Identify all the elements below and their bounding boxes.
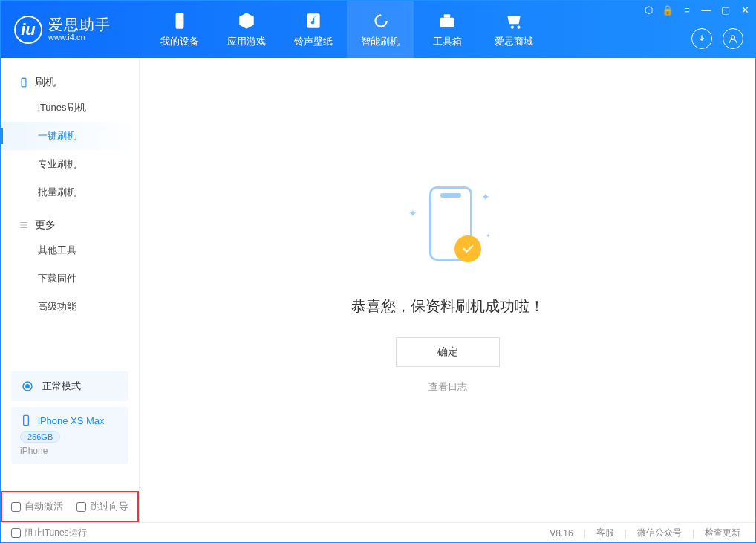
sidebar-item-batch-flash[interactable]: 批量刷机 <box>1 178 139 207</box>
separator: | <box>584 528 586 539</box>
nav-label: 铃声壁纸 <box>294 35 333 48</box>
sync-icon <box>370 10 391 31</box>
checkbox-input[interactable] <box>76 502 86 512</box>
logo[interactable]: iu 爱思助手 www.i4.cn <box>1 1 124 58</box>
header-right-buttons <box>691 28 743 49</box>
sidebar-item-advanced[interactable]: 高级功能 <box>1 293 139 321</box>
music-note-icon <box>303 10 324 31</box>
logo-subtitle: www.i4.cn <box>48 33 111 42</box>
mode-label: 正常模式 <box>42 380 81 393</box>
sidebar-group-more: 更多 其他工具 下载固件 高级功能 <box>1 214 139 321</box>
success-message: 恭喜您，保资料刷机成功啦！ <box>351 296 544 316</box>
footer-link-support[interactable]: 客服 <box>592 527 619 539</box>
sidebar-head-more: 更多 <box>1 214 139 236</box>
sidebar-item-other-tools[interactable]: 其他工具 <box>1 236 139 264</box>
device-name-row: iPhone XS Max <box>20 414 120 426</box>
nav-label: 智能刷机 <box>361 35 400 48</box>
nav-label: 工具箱 <box>433 35 462 48</box>
footer-link-wechat[interactable]: 微信公众号 <box>633 527 686 539</box>
phone-icon <box>20 414 32 426</box>
top-nav: 我的设备 应用游戏 铃声壁纸 智能刷机 工具箱 爱思商城 <box>146 1 547 58</box>
separator: | <box>625 528 627 539</box>
mode-card[interactable]: 正常模式 <box>11 371 128 401</box>
device-card[interactable]: iPhone XS Max 256GB iPhone <box>11 407 128 464</box>
app-body: 刷机 iTunes刷机 一键刷机 专业刷机 批量刷机 更多 其他工具 下载固件 … <box>1 58 755 522</box>
toolbox-icon <box>437 10 457 31</box>
sidebar-head-label: 刷机 <box>35 76 56 89</box>
svg-rect-2 <box>440 18 454 27</box>
auto-activate-checkbox[interactable]: 自动激活 <box>11 500 63 513</box>
sparkle-icon: ✦ <box>486 233 492 238</box>
highlighted-options: 自动激活 跳过向导 <box>1 491 139 522</box>
main-content: ✦ ✦ ✦ 恭喜您，保资料刷机成功啦！ 确定 查看日志 <box>140 58 755 522</box>
success-illustration: ✦ ✦ ✦ <box>407 186 489 276</box>
phone-icon <box>169 10 190 31</box>
sidebar-item-pro-flash[interactable]: 专业刷机 <box>1 150 139 178</box>
svg-rect-3 <box>444 14 451 17</box>
nav-smart-flash[interactable]: 智能刷机 <box>347 1 414 58</box>
nav-ringtones-wallpapers[interactable]: 铃声壁纸 <box>280 1 347 58</box>
nav-label: 我的设备 <box>160 35 199 48</box>
sidebar: 刷机 iTunes刷机 一键刷机 专业刷机 批量刷机 更多 其他工具 下载固件 … <box>1 58 140 522</box>
nav-label: 应用游戏 <box>227 35 266 48</box>
minimize-button[interactable]: — <box>700 4 712 16</box>
sidebar-head-flash: 刷机 <box>1 71 139 94</box>
logo-text: 爱思助手 www.i4.cn <box>48 17 111 42</box>
status-bar: 阻止iTunes运行 V8.16 | 客服 | 微信公众号 | 检查更新 <box>1 522 755 543</box>
maximize-button[interactable]: ▢ <box>720 4 731 16</box>
checkbox-input[interactable] <box>11 502 21 512</box>
skip-guide-checkbox[interactable]: 跳过向导 <box>76 500 128 513</box>
download-button[interactable] <box>691 28 712 49</box>
window-controls: ⬡ 🔒 ≡ — ▢ ✕ <box>642 4 751 16</box>
device-type: iPhone <box>20 446 120 456</box>
list-icon <box>19 220 29 230</box>
checkbox-label: 跳过向导 <box>90 500 128 513</box>
footer-right: V8.16 | 客服 | 微信公众号 | 检查更新 <box>550 527 745 539</box>
device-icon <box>19 77 29 88</box>
mode-icon <box>20 379 35 394</box>
logo-title: 爱思助手 <box>48 17 111 32</box>
sidebar-head-label: 更多 <box>35 218 56 232</box>
account-button[interactable] <box>723 28 743 49</box>
success-check-icon <box>454 235 481 262</box>
version-label: V8.16 <box>550 528 573 539</box>
view-log-link[interactable]: 查看日志 <box>428 380 467 394</box>
tshirt-icon[interactable]: ⬡ <box>642 4 654 16</box>
nav-my-device[interactable]: 我的设备 <box>146 1 213 58</box>
nav-store[interactable]: 爱思商城 <box>480 1 547 58</box>
cube-icon <box>236 10 257 31</box>
close-button[interactable]: ✕ <box>739 4 751 16</box>
device-name: iPhone XS Max <box>38 415 105 426</box>
nav-toolbox[interactable]: 工具箱 <box>414 1 480 58</box>
svg-point-4 <box>731 36 735 39</box>
sidebar-item-download-firmware[interactable]: 下载固件 <box>1 264 139 293</box>
checkbox-input[interactable] <box>11 528 21 538</box>
cart-icon <box>504 10 524 31</box>
logo-mark-icon: iu <box>14 16 42 44</box>
menu-icon[interactable]: ≡ <box>681 4 693 16</box>
app-header: iu 爱思助手 www.i4.cn 我的设备 应用游戏 铃声壁纸 智能刷机 工具… <box>1 1 755 58</box>
sparkle-icon: ✦ <box>481 191 487 197</box>
sparkle-icon: ✦ <box>408 207 414 213</box>
svg-rect-5 <box>22 78 26 87</box>
footer-link-update[interactable]: 检查更新 <box>700 527 745 539</box>
sidebar-group-flash: 刷机 iTunes刷机 一键刷机 专业刷机 批量刷机 <box>1 71 139 207</box>
ok-button[interactable]: 确定 <box>396 337 500 367</box>
lock-icon[interactable]: 🔒 <box>662 4 674 16</box>
checkbox-label: 阻止iTunes运行 <box>25 527 87 539</box>
svg-point-7 <box>26 385 30 388</box>
separator: | <box>692 528 694 539</box>
device-storage-badge: 256GB <box>20 431 60 443</box>
sidebar-item-oneclick-flash[interactable]: 一键刷机 <box>1 122 139 150</box>
nav-label: 爱思商城 <box>495 35 533 48</box>
sidebar-item-itunes-flash[interactable]: iTunes刷机 <box>1 94 139 122</box>
svg-rect-8 <box>24 415 29 425</box>
block-itunes-checkbox[interactable]: 阻止iTunes运行 <box>11 527 87 539</box>
svg-rect-0 <box>176 13 184 29</box>
checkbox-label: 自动激活 <box>25 500 63 513</box>
nav-apps-games[interactable]: 应用游戏 <box>213 1 280 58</box>
